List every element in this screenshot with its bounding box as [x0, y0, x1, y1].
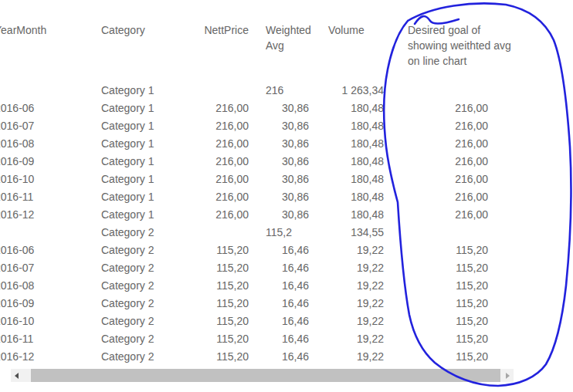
cell-wavg: 30,86: [266, 135, 309, 153]
table-row[interactable]: 2016-12Category 2115,2016,4619,22115,20: [0, 348, 515, 366]
cell-wavg: 30,86: [266, 206, 309, 224]
cell-nett: 216,00: [186, 188, 266, 206]
cell-goal: 115,20: [384, 277, 515, 295]
cell-nett: 115,20: [186, 295, 266, 313]
cell-vol: 180,48: [309, 171, 384, 188]
cell-vol: 134,55: [309, 224, 384, 242]
table-row[interactable]: 2016-11Category 1216,0030,86180,48216,00: [0, 188, 515, 206]
column-header-category: Category: [101, 22, 186, 38]
cell-vol: 19,22: [309, 348, 384, 366]
table-row[interactable]: 2016-09Category 1216,0030,86180,48216,00: [0, 153, 515, 171]
cell-goal: 115,20: [384, 330, 515, 348]
column-header-volume: Volume: [309, 22, 384, 38]
table-row[interactable]: 2016-12Category 1216,0030,86180,48216,00: [0, 206, 515, 224]
cell-wavg: 30,86: [266, 100, 309, 117]
cell-vol: 180,48: [309, 117, 384, 135]
cell-nett: 216,00: [186, 100, 266, 117]
table-row[interactable]: 2016-10Category 1216,0030,86180,48216,00: [0, 171, 515, 188]
cell-wavg: 16,46: [266, 295, 309, 313]
cell-goal: 115,20: [384, 313, 515, 330]
cell-goal: 216,00: [384, 135, 515, 153]
cell-wavg: 30,86: [266, 171, 309, 188]
scroll-left-button[interactable]: [11, 369, 24, 382]
cell-wavg: 216: [266, 82, 309, 100]
cell-vol: 180,48: [309, 135, 384, 153]
cell-cat: Category 2: [101, 313, 186, 330]
column-header-desired-goal: Desired goal of showing weithted avg on …: [384, 22, 515, 69]
table-row[interactable]: 2016-07Category 2115,2016,4619,22115,20: [0, 259, 515, 277]
cell-cat: Category 1: [101, 100, 186, 117]
cell-nett: 115,20: [186, 330, 266, 348]
data-table: YearMonth Category NettPrice Weighted Av…: [0, 0, 515, 366]
cell-ym: 2016-07: [0, 259, 101, 277]
cell-nett: 115,20: [186, 348, 266, 366]
horizontal-scrollbar[interactable]: [11, 369, 514, 382]
cell-goal: 216,00: [384, 206, 515, 224]
cell-vol: 180,48: [309, 188, 384, 206]
table-body: Category 12161 263,342016-06Category 121…: [0, 82, 515, 366]
cell-wavg: 30,86: [266, 117, 309, 135]
cell-cat: Category 1: [101, 188, 186, 206]
cell-nett: 216,00: [186, 153, 266, 171]
cell-ym: 2016-09: [0, 153, 101, 171]
cell-goal: 216,00: [384, 188, 515, 206]
cell-goal: 216,00: [384, 153, 515, 171]
cell-wavg: 16,46: [266, 242, 309, 259]
cell-goal: 115,20: [384, 259, 515, 277]
table-row[interactable]: 2016-07Category 1216,0030,86180,48216,00: [0, 117, 515, 135]
cell-wavg: 16,46: [266, 348, 309, 366]
cell-vol: 19,22: [309, 242, 384, 259]
cell-wavg: 16,46: [266, 313, 309, 330]
cell-vol: 1 263,34: [309, 82, 384, 100]
cell-vol: 180,48: [309, 206, 384, 224]
table-row[interactable]: 2016-06Category 1216,0030,86180,48216,00: [0, 100, 515, 117]
column-header-nettprice: NettPrice: [186, 22, 266, 38]
scrollbar-thumb[interactable]: [31, 369, 500, 382]
cell-cat: Category 1: [101, 82, 186, 100]
cell-nett: 115,20: [186, 277, 266, 295]
cell-ym: 2016-07: [0, 117, 101, 135]
cell-vol: 19,22: [309, 259, 384, 277]
table-row[interactable]: 2016-11Category 2115,2016,4619,22115,20: [0, 330, 515, 348]
cell-wavg: 30,86: [266, 188, 309, 206]
cell-vol: 180,48: [309, 153, 384, 171]
cell-vol: 180,48: [309, 100, 384, 117]
cell-goal: 216,00: [384, 100, 515, 117]
table-row[interactable]: 2016-06Category 2115,2016,4619,22115,20: [0, 242, 515, 259]
table-row[interactable]: Category 2115,2134,55: [0, 224, 515, 242]
cell-ym: 2016-09: [0, 295, 101, 313]
cell-cat: Category 1: [101, 171, 186, 188]
cell-nett: 115,20: [186, 259, 266, 277]
cell-nett: 115,20: [186, 242, 266, 259]
cell-cat: Category 2: [101, 242, 186, 259]
cell-cat: Category 2: [101, 224, 186, 242]
cell-ym: 2016-11: [0, 188, 101, 206]
cell-vol: 19,22: [309, 313, 384, 330]
cell-cat: Category 1: [101, 153, 186, 171]
cell-cat: Category 2: [101, 330, 186, 348]
cell-ym: 2016-06: [0, 100, 101, 117]
cell-wavg: 115,2: [266, 224, 309, 242]
cell-cat: Category 2: [101, 259, 186, 277]
table-row[interactable]: 2016-09Category 2115,2016,4619,22115,20: [0, 295, 515, 313]
cell-ym: 2016-08: [0, 135, 101, 153]
cell-goal: 115,20: [384, 242, 515, 259]
cell-ym: 2016-12: [0, 206, 101, 224]
cell-nett: 216,00: [186, 206, 266, 224]
cell-cat: Category 1: [101, 135, 186, 153]
table-row[interactable]: Category 12161 263,34: [0, 82, 515, 100]
cell-ym: 2016-12: [0, 348, 101, 366]
table-row[interactable]: 2016-08Category 2115,2016,4619,22115,20: [0, 277, 515, 295]
cell-vol: 19,22: [309, 295, 384, 313]
table-row[interactable]: 2016-08Category 1216,0030,86180,48216,00: [0, 135, 515, 153]
cell-vol: 19,22: [309, 330, 384, 348]
cell-nett: 115,20: [186, 313, 266, 330]
table-row[interactable]: 2016-10Category 2115,2016,4619,22115,20: [0, 313, 515, 330]
cell-wavg: 16,46: [266, 277, 309, 295]
cell-goal: 216,00: [384, 117, 515, 135]
scroll-right-arrow-icon: [506, 373, 510, 379]
column-header-weighted-avg: Weighted Avg: [266, 22, 309, 53]
cell-goal: 216,00: [384, 171, 515, 188]
cell-cat: Category 1: [101, 206, 186, 224]
scroll-right-button[interactable]: [500, 369, 514, 382]
